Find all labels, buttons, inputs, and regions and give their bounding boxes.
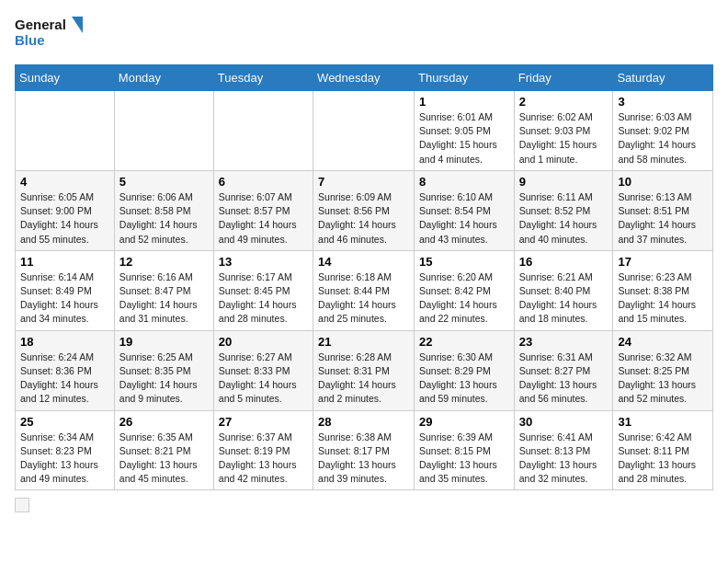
day-number: 17 — [618, 255, 708, 269]
day-number: 20 — [219, 335, 308, 349]
day-cell-3: 3Sunrise: 6:03 AM Sunset: 9:02 PM Daylig… — [613, 91, 713, 171]
day-info: Sunrise: 6:16 AM Sunset: 8:47 PM Dayligh… — [119, 270, 209, 327]
svg-text:General: General — [15, 17, 66, 32]
day-info: Sunrise: 6:32 AM Sunset: 8:25 PM Dayligh… — [618, 350, 708, 407]
day-info: Sunrise: 6:03 AM Sunset: 9:02 PM Dayligh… — [618, 110, 708, 167]
day-number: 4 — [20, 175, 109, 189]
day-cell-12: 12Sunrise: 6:16 AM Sunset: 8:47 PM Dayli… — [114, 250, 213, 330]
day-number: 27 — [219, 415, 308, 429]
day-info: Sunrise: 6:23 AM Sunset: 8:38 PM Dayligh… — [618, 270, 708, 327]
day-info: Sunrise: 6:06 AM Sunset: 8:58 PM Dayligh… — [119, 190, 209, 247]
day-number: 18 — [20, 335, 109, 349]
day-cell-4: 4Sunrise: 6:05 AM Sunset: 9:00 PM Daylig… — [16, 170, 115, 250]
day-info: Sunrise: 6:25 AM Sunset: 8:35 PM Dayligh… — [119, 350, 209, 407]
svg-marker-2 — [72, 17, 83, 33]
day-info: Sunrise: 6:34 AM Sunset: 8:23 PM Dayligh… — [20, 431, 109, 487]
empty-cell — [313, 91, 415, 171]
day-number: 15 — [419, 255, 509, 269]
weekday-header-monday: Monday — [114, 65, 213, 91]
day-cell-31: 31Sunrise: 6:42 AM Sunset: 8:11 PM Dayli… — [613, 410, 713, 490]
day-number: 1 — [419, 95, 509, 109]
day-info: Sunrise: 6:13 AM Sunset: 8:51 PM Dayligh… — [618, 190, 708, 247]
day-info: Sunrise: 6:24 AM Sunset: 8:36 PM Dayligh… — [20, 350, 109, 407]
day-number: 19 — [119, 335, 209, 349]
day-info: Sunrise: 6:01 AM Sunset: 9:05 PM Dayligh… — [419, 110, 509, 167]
svg-text:Blue: Blue — [15, 32, 45, 48]
day-number: 7 — [318, 175, 409, 189]
day-cell-22: 22Sunrise: 6:30 AM Sunset: 8:29 PM Dayli… — [415, 330, 515, 410]
day-cell-24: 24Sunrise: 6:32 AM Sunset: 8:25 PM Dayli… — [613, 330, 713, 410]
day-number: 2 — [519, 95, 609, 109]
day-number: 21 — [318, 335, 409, 349]
day-cell-28: 28Sunrise: 6:38 AM Sunset: 8:17 PM Dayli… — [313, 410, 415, 490]
weekday-header-wednesday: Wednesday — [313, 65, 415, 91]
day-number: 14 — [318, 255, 409, 269]
day-cell-16: 16Sunrise: 6:21 AM Sunset: 8:40 PM Dayli… — [514, 250, 613, 330]
day-number: 3 — [618, 95, 708, 109]
day-number: 8 — [419, 175, 509, 189]
day-number: 16 — [519, 255, 609, 269]
day-cell-20: 20Sunrise: 6:27 AM Sunset: 8:33 PM Dayli… — [213, 330, 313, 410]
legend — [15, 498, 713, 512]
empty-cell — [213, 91, 313, 171]
legend-box — [15, 498, 29, 512]
day-cell-6: 6Sunrise: 6:07 AM Sunset: 8:57 PM Daylig… — [213, 170, 313, 250]
day-cell-8: 8Sunrise: 6:10 AM Sunset: 8:54 PM Daylig… — [415, 170, 515, 250]
day-info: Sunrise: 6:35 AM Sunset: 8:21 PM Dayligh… — [119, 431, 209, 487]
day-info: Sunrise: 6:38 AM Sunset: 8:17 PM Dayligh… — [318, 431, 409, 487]
week-row-3: 11Sunrise: 6:14 AM Sunset: 8:49 PM Dayli… — [16, 250, 713, 330]
day-cell-14: 14Sunrise: 6:18 AM Sunset: 8:44 PM Dayli… — [313, 250, 415, 330]
day-cell-17: 17Sunrise: 6:23 AM Sunset: 8:38 PM Dayli… — [613, 250, 713, 330]
day-info: Sunrise: 6:30 AM Sunset: 8:29 PM Dayligh… — [419, 350, 509, 407]
day-info: Sunrise: 6:11 AM Sunset: 8:52 PM Dayligh… — [519, 190, 609, 247]
day-info: Sunrise: 6:37 AM Sunset: 8:19 PM Dayligh… — [219, 431, 308, 487]
week-row-2: 4Sunrise: 6:05 AM Sunset: 9:00 PM Daylig… — [16, 170, 713, 250]
day-number: 26 — [119, 415, 209, 429]
weekday-header-row: SundayMondayTuesdayWednesdayThursdayFrid… — [16, 65, 713, 91]
day-cell-9: 9Sunrise: 6:11 AM Sunset: 8:52 PM Daylig… — [514, 170, 613, 250]
day-number: 28 — [318, 415, 409, 429]
day-cell-26: 26Sunrise: 6:35 AM Sunset: 8:21 PM Dayli… — [114, 410, 213, 490]
logo: General Blue — [15, 15, 88, 53]
day-number: 24 — [618, 335, 708, 349]
day-info: Sunrise: 6:21 AM Sunset: 8:40 PM Dayligh… — [519, 270, 609, 327]
day-cell-5: 5Sunrise: 6:06 AM Sunset: 8:58 PM Daylig… — [114, 170, 213, 250]
week-row-5: 25Sunrise: 6:34 AM Sunset: 8:23 PM Dayli… — [16, 410, 713, 490]
day-number: 12 — [119, 255, 209, 269]
day-number: 11 — [20, 255, 109, 269]
day-cell-7: 7Sunrise: 6:09 AM Sunset: 8:56 PM Daylig… — [313, 170, 415, 250]
day-info: Sunrise: 6:28 AM Sunset: 8:31 PM Dayligh… — [318, 350, 409, 407]
day-number: 29 — [419, 415, 509, 429]
day-number: 10 — [618, 175, 708, 189]
day-number: 13 — [219, 255, 308, 269]
day-number: 5 — [119, 175, 209, 189]
day-cell-10: 10Sunrise: 6:13 AM Sunset: 8:51 PM Dayli… — [613, 170, 713, 250]
week-row-1: 1Sunrise: 6:01 AM Sunset: 9:05 PM Daylig… — [16, 91, 713, 171]
day-cell-1: 1Sunrise: 6:01 AM Sunset: 9:05 PM Daylig… — [415, 91, 515, 171]
logo-svg: General Blue — [15, 15, 88, 53]
day-info: Sunrise: 6:27 AM Sunset: 8:33 PM Dayligh… — [219, 350, 308, 407]
day-info: Sunrise: 6:10 AM Sunset: 8:54 PM Dayligh… — [419, 190, 509, 247]
weekday-header-tuesday: Tuesday — [213, 65, 313, 91]
day-info: Sunrise: 6:14 AM Sunset: 8:49 PM Dayligh… — [20, 270, 109, 327]
day-cell-15: 15Sunrise: 6:20 AM Sunset: 8:42 PM Dayli… — [415, 250, 515, 330]
day-cell-21: 21Sunrise: 6:28 AM Sunset: 8:31 PM Dayli… — [313, 330, 415, 410]
day-cell-19: 19Sunrise: 6:25 AM Sunset: 8:35 PM Dayli… — [114, 330, 213, 410]
day-info: Sunrise: 6:09 AM Sunset: 8:56 PM Dayligh… — [318, 190, 409, 247]
day-number: 6 — [219, 175, 308, 189]
weekday-header-saturday: Saturday — [613, 65, 713, 91]
weekday-header-friday: Friday — [514, 65, 613, 91]
weekday-header-thursday: Thursday — [415, 65, 515, 91]
weekday-header-sunday: Sunday — [16, 65, 115, 91]
day-info: Sunrise: 6:20 AM Sunset: 8:42 PM Dayligh… — [419, 270, 509, 327]
day-info: Sunrise: 6:41 AM Sunset: 8:13 PM Dayligh… — [519, 431, 609, 487]
day-number: 22 — [419, 335, 509, 349]
day-cell-30: 30Sunrise: 6:41 AM Sunset: 8:13 PM Dayli… — [514, 410, 613, 490]
day-cell-25: 25Sunrise: 6:34 AM Sunset: 8:23 PM Dayli… — [16, 410, 115, 490]
day-number: 23 — [519, 335, 609, 349]
day-number: 31 — [618, 415, 708, 429]
day-cell-23: 23Sunrise: 6:31 AM Sunset: 8:27 PM Dayli… — [514, 330, 613, 410]
day-cell-2: 2Sunrise: 6:02 AM Sunset: 9:03 PM Daylig… — [514, 91, 613, 171]
day-cell-27: 27Sunrise: 6:37 AM Sunset: 8:19 PM Dayli… — [213, 410, 313, 490]
day-info: Sunrise: 6:31 AM Sunset: 8:27 PM Dayligh… — [519, 350, 609, 407]
